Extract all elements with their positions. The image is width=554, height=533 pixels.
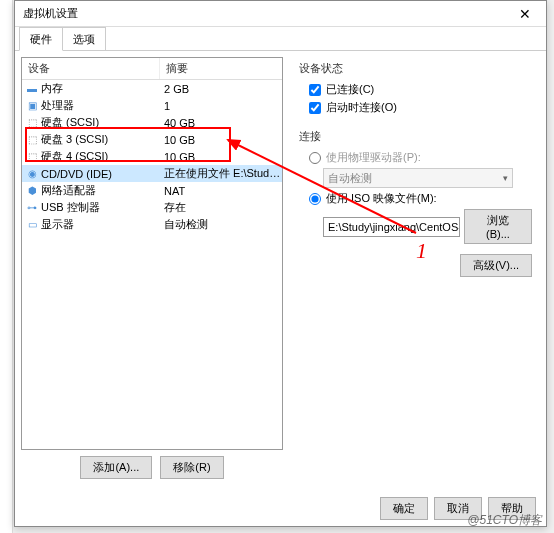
radio-use-iso-input[interactable] xyxy=(309,193,321,205)
help-button[interactable]: 帮助 xyxy=(488,497,536,520)
device-name: CD/DVD (IDE) xyxy=(41,168,112,180)
device-row[interactable]: ⬚硬盘 4 (SCSI)10 GB xyxy=(22,148,282,165)
iso-path-combo[interactable]: E:\Study\jingxiang\CentOS- ▾ xyxy=(323,217,460,237)
device-list[interactable]: 设备 摘要 ▬内存2 GB▣处理器1⬚硬盘 (SCSI)40 GB⬚硬盘 3 (… xyxy=(21,57,283,450)
device-summary: 40 GB xyxy=(160,117,282,129)
left-panel: 设备 摘要 ▬内存2 GB▣处理器1⬚硬盘 (SCSI)40 GB⬚硬盘 3 (… xyxy=(21,57,283,485)
device-name: 内存 xyxy=(41,81,63,96)
radio-physical-input[interactable] xyxy=(309,152,321,164)
radio-physical-drive[interactable]: 使用物理驱动器(P): xyxy=(309,150,532,165)
device-name: 硬盘 3 (SCSI) xyxy=(41,132,108,147)
device-summary: 正在使用文件 E:\Study\jingxian... xyxy=(160,166,282,181)
cd-icon: ◉ xyxy=(26,168,38,180)
radio-use-iso[interactable]: 使用 ISO 映像文件(M): xyxy=(309,191,532,206)
device-name: 硬盘 (SCSI) xyxy=(41,115,99,130)
footer-buttons: 确定 取消 帮助 xyxy=(380,497,536,520)
device-name: 显示器 xyxy=(41,217,74,232)
iso-file-row: E:\Study\jingxiang\CentOS- ▾ 浏览(B)... xyxy=(323,209,532,244)
device-row[interactable]: ⬚硬盘 3 (SCSI)10 GB xyxy=(22,131,282,148)
cpu-icon: ▣ xyxy=(26,100,38,112)
checkbox-connect-at-power[interactable]: 启动时连接(O) xyxy=(309,100,532,115)
device-cell: ⊶USB 控制器 xyxy=(22,200,160,215)
device-row[interactable]: ⊶USB 控制器存在 xyxy=(22,199,282,216)
tab-bar: 硬件 选项 xyxy=(15,27,546,51)
device-row[interactable]: ⬚硬盘 (SCSI)40 GB xyxy=(22,114,282,131)
net-icon: ⬢ xyxy=(26,185,38,197)
tab-hardware[interactable]: 硬件 xyxy=(19,27,63,51)
device-row[interactable]: ▭显示器自动检测 xyxy=(22,216,282,233)
device-cell: ◉CD/DVD (IDE) xyxy=(22,168,160,180)
chevron-down-icon: ▾ xyxy=(503,173,508,183)
vm-settings-dialog: 虚拟机设置 ✕ 硬件 选项 设备 摘要 ▬内存2 GB▣处理器1⬚硬盘 (SCS… xyxy=(14,0,547,527)
device-summary: NAT xyxy=(160,185,282,197)
device-name: 处理器 xyxy=(41,98,74,113)
device-summary: 1 xyxy=(160,100,282,112)
device-name: 网络适配器 xyxy=(41,183,96,198)
header-summary[interactable]: 摘要 xyxy=(160,58,282,79)
left-button-row: 添加(A)... 移除(R) xyxy=(21,450,283,485)
device-cell: ▣处理器 xyxy=(22,98,160,113)
device-cell: ⬚硬盘 4 (SCSI) xyxy=(22,149,160,164)
add-button[interactable]: 添加(A)... xyxy=(80,456,152,479)
status-group: 设备状态 已连接(C) 启动时连接(O) xyxy=(299,61,532,115)
close-button[interactable]: ✕ xyxy=(510,4,540,24)
device-name: 硬盘 4 (SCSI) xyxy=(41,149,108,164)
right-panel: 设备状态 已连接(C) 启动时连接(O) 连接 使用物理驱动器(P): 自动检测 xyxy=(291,57,540,485)
disk-icon: ⬚ xyxy=(26,134,38,146)
device-summary: 自动检测 xyxy=(160,217,282,232)
device-row[interactable]: ◉CD/DVD (IDE)正在使用文件 E:\Study\jingxian... xyxy=(22,165,282,182)
checkbox-connect-at-power-input[interactable] xyxy=(309,102,321,114)
device-summary: 2 GB xyxy=(160,83,282,95)
connection-title: 连接 xyxy=(299,129,532,144)
display-icon: ▭ xyxy=(26,219,38,231)
device-cell: ⬚硬盘 3 (SCSI) xyxy=(22,132,160,147)
device-cell: ⬚硬盘 (SCSI) xyxy=(22,115,160,130)
titlebar: 虚拟机设置 ✕ xyxy=(15,1,546,27)
advanced-button[interactable]: 高级(V)... xyxy=(460,254,532,277)
device-summary: 10 GB xyxy=(160,134,282,146)
device-summary: 存在 xyxy=(160,200,282,215)
device-row[interactable]: ▬内存2 GB xyxy=(22,80,282,97)
header-device[interactable]: 设备 xyxy=(22,58,160,79)
checkbox-connected[interactable]: 已连接(C) xyxy=(309,82,532,97)
device-summary: 10 GB xyxy=(160,151,282,163)
memory-icon: ▬ xyxy=(26,83,38,95)
device-cell: ▬内存 xyxy=(22,81,160,96)
usb-icon: ⊶ xyxy=(26,202,38,214)
device-cell: ⬢网络适配器 xyxy=(22,183,160,198)
remove-button[interactable]: 移除(R) xyxy=(160,456,223,479)
list-header: 设备 摘要 xyxy=(22,58,282,80)
disk-icon: ⬚ xyxy=(26,117,38,129)
device-row[interactable]: ▣处理器1 xyxy=(22,97,282,114)
status-title: 设备状态 xyxy=(299,61,532,76)
device-cell: ▭显示器 xyxy=(22,217,160,232)
disk-icon: ⬚ xyxy=(26,151,38,163)
cancel-button[interactable]: 取消 xyxy=(434,497,482,520)
checkbox-connected-input[interactable] xyxy=(309,84,321,96)
annotation-number: 1 xyxy=(416,238,427,264)
close-icon: ✕ xyxy=(519,6,531,22)
device-name: USB 控制器 xyxy=(41,200,100,215)
browse-button[interactable]: 浏览(B)... xyxy=(464,209,532,244)
window-title: 虚拟机设置 xyxy=(23,6,78,21)
content-area: 设备 摘要 ▬内存2 GB▣处理器1⬚硬盘 (SCSI)40 GB⬚硬盘 3 (… xyxy=(15,51,546,491)
ok-button[interactable]: 确定 xyxy=(380,497,428,520)
tab-options[interactable]: 选项 xyxy=(62,27,106,50)
device-row[interactable]: ⬢网络适配器NAT xyxy=(22,182,282,199)
physical-drive-combo: 自动检测 ▾ xyxy=(323,168,513,188)
